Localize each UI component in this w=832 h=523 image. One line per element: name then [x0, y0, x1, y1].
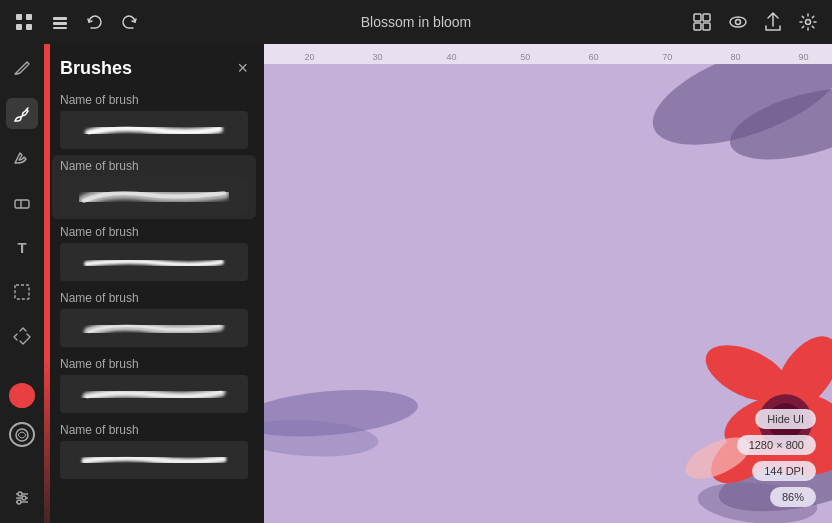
left-toolbar: T: [0, 44, 44, 523]
svg-rect-1: [26, 14, 32, 20]
sliders-icon[interactable]: [6, 483, 38, 513]
brush-item-name: Name of brush: [60, 159, 248, 173]
layers-icon[interactable]: [50, 12, 70, 32]
transform-tool[interactable]: [6, 321, 38, 351]
brush-item-name: Name of brush: [60, 291, 248, 305]
brush-panel: Brushes × Name of brush: [44, 44, 264, 523]
main-area: T: [0, 44, 832, 523]
smudge-tool[interactable]: [6, 143, 38, 173]
share-icon[interactable]: [764, 12, 782, 32]
topbar-right: [692, 12, 818, 32]
svg-point-12: [736, 20, 741, 25]
dpi-badge: 144 DPI: [752, 461, 816, 481]
svg-point-22: [22, 496, 26, 500]
brush-panel-header: Brushes ×: [44, 44, 264, 89]
brush-tool[interactable]: [6, 98, 38, 128]
info-badges: Hide UI 1280 × 800 144 DPI 86%: [737, 409, 816, 507]
ruler-mark: 40: [446, 52, 456, 62]
gallery-icon[interactable]: [692, 12, 712, 32]
brush-list: Name of brush Name of brush: [44, 89, 264, 523]
brush-preview: [60, 111, 248, 149]
primary-color-swatch[interactable]: [9, 383, 35, 408]
brush-preview: [60, 309, 248, 347]
brush-item[interactable]: Name of brush: [52, 287, 256, 351]
zoom-badge: 86%: [770, 487, 816, 507]
svg-rect-4: [53, 17, 67, 20]
svg-point-13: [806, 20, 811, 25]
dimensions-badge: 1280 × 800: [737, 435, 816, 455]
brush-item-name: Name of brush: [60, 357, 248, 371]
svg-rect-16: [15, 285, 29, 299]
draw-tool[interactable]: [6, 54, 38, 84]
svg-rect-6: [53, 27, 67, 29]
brush-item[interactable]: Name of brush: [52, 221, 256, 285]
brush-item-name: Name of brush: [60, 93, 248, 107]
brush-preview: [60, 243, 248, 281]
ruler-mark: 20: [304, 52, 314, 62]
brush-preview: [60, 375, 248, 413]
topbar-title: Blossom in bloom: [361, 14, 472, 30]
canvas-area[interactable]: 20 30 40 50 60 70 80 90: [264, 44, 832, 523]
topbar-left: [14, 12, 138, 32]
settings-icon[interactable]: [798, 12, 818, 32]
brush-item[interactable]: Name of brush: [52, 89, 256, 153]
svg-point-11: [730, 17, 746, 27]
brush-item-name: Name of brush: [60, 423, 248, 437]
svg-rect-7: [694, 14, 701, 21]
topbar: Blossom in bloom: [0, 0, 832, 44]
brush-item[interactable]: Name of brush: [52, 419, 256, 483]
svg-rect-8: [703, 14, 710, 21]
svg-rect-14: [15, 200, 29, 208]
svg-rect-5: [53, 22, 67, 25]
redo-icon[interactable]: [120, 13, 138, 31]
erase-tool[interactable]: [6, 187, 38, 217]
brush-preview: [60, 177, 248, 215]
grid-icon[interactable]: [14, 12, 34, 32]
ruler-mark: 70: [662, 52, 672, 62]
svg-rect-3: [26, 24, 32, 30]
brush-item[interactable]: Name of brush: [52, 353, 256, 417]
undo-icon[interactable]: [86, 13, 104, 31]
text-tool[interactable]: T: [6, 232, 38, 262]
svg-point-21: [18, 492, 22, 496]
svg-rect-10: [703, 23, 710, 30]
brush-item-name: Name of brush: [60, 225, 248, 239]
red-accent-bar: [44, 44, 50, 523]
eye-icon[interactable]: [728, 12, 748, 32]
close-brush-panel-button[interactable]: ×: [237, 58, 248, 79]
brush-item[interactable]: Name of brush: [52, 155, 256, 219]
ruler-mark: 30: [373, 52, 383, 62]
svg-rect-0: [16, 14, 22, 20]
ruler-mark: 90: [799, 52, 809, 62]
ruler-mark: 80: [730, 52, 740, 62]
brush-preview: [60, 441, 248, 479]
svg-point-23: [17, 500, 21, 504]
brush-panel-title: Brushes: [60, 58, 132, 79]
svg-rect-9: [694, 23, 701, 30]
lasso-tool[interactable]: [6, 276, 38, 306]
ruler-mark: 50: [520, 52, 530, 62]
hide-ui-badge[interactable]: Hide UI: [755, 409, 816, 429]
ruler-mark: 60: [588, 52, 598, 62]
svg-rect-2: [16, 24, 22, 30]
ruler-top: 20 30 40 50 60 70 80 90: [264, 44, 832, 64]
secondary-color-swatch[interactable]: [9, 422, 35, 447]
